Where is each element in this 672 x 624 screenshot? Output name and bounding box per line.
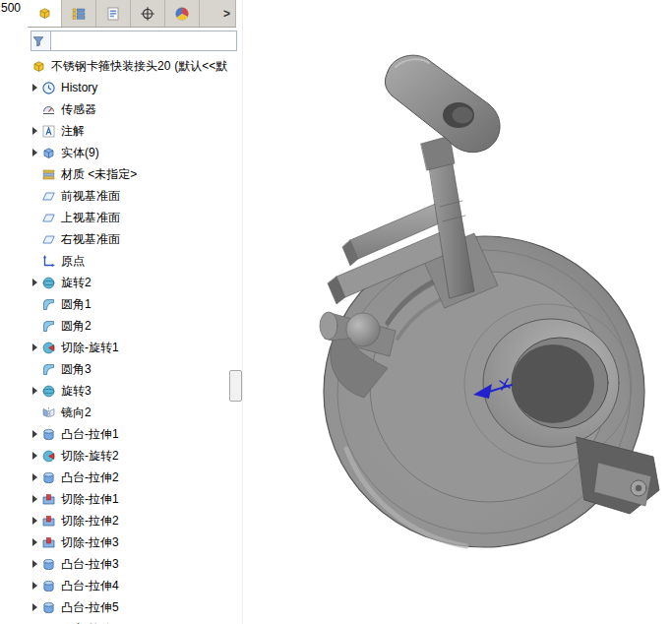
part-name: 不锈钢卡箍快装接头20 [51, 58, 170, 75]
filter-input[interactable] [51, 31, 236, 50]
tree-item-boss-extrude6[interactable]: 凸台-拉伸6 [28, 618, 243, 624]
tree-item-label: 圆角1 [61, 296, 92, 313]
tree-item-revolve3[interactable]: 旋转3 [28, 380, 243, 402]
tree-item-label: 凸台-拉伸5 [61, 599, 119, 616]
part-config-suffix: (默认<<默 [174, 58, 227, 75]
tree-item-label: 前视基准面 [61, 188, 120, 205]
tree-item-label: 圆角2 [61, 318, 92, 335]
tree-item-mirror2[interactable]: 镜向2 [28, 402, 243, 423]
expand-arrow-icon[interactable] [32, 430, 37, 438]
tree-item-label: 切除-拉伸2 [61, 513, 119, 530]
sensors-icon [41, 102, 56, 117]
expand-arrow-icon[interactable] [32, 582, 37, 590]
plane-icon [41, 189, 56, 204]
tree-item-fillet3[interactable]: 圆角3 [28, 358, 243, 380]
tree-item-solid-bodies[interactable]: 实体(9) [28, 142, 243, 163]
clipped-toolbar-value: 500 [1, 1, 21, 15]
expand-arrow-icon[interactable] [32, 387, 37, 395]
tree-item-label: 旋转3 [61, 383, 92, 400]
expand-arrow-icon[interactable] [32, 495, 37, 503]
expand-arrow-icon[interactable] [32, 127, 37, 135]
property-list-icon [71, 6, 87, 22]
mirror-icon [41, 406, 56, 420]
expand-arrow-icon[interactable] [32, 603, 37, 611]
tree-item-history[interactable]: History [28, 77, 243, 98]
tab-displaymanager[interactable] [165, 0, 200, 27]
tab-configurationmanager[interactable] [96, 0, 131, 27]
fillet-icon [41, 319, 56, 334]
tree-item-boss-extrude2[interactable]: 凸台-拉伸2 [28, 467, 243, 488]
boss-extrude-icon [41, 427, 56, 442]
tree-item-label: 右视基准面 [61, 231, 120, 248]
boss-extrude-icon [41, 579, 56, 593]
tree-item-label: 切除-拉伸1 [61, 491, 119, 508]
cut-revolve-icon [41, 341, 56, 355]
part-icon [36, 6, 52, 22]
revolve-icon [41, 384, 56, 399]
panel-splitter-handle[interactable] [229, 370, 242, 402]
configuration-page-icon [105, 6, 121, 22]
material-icon [41, 167, 56, 182]
tree-item-fillet1[interactable]: 圆角1 [28, 293, 243, 315]
cut-extrude-icon [41, 492, 56, 507]
tree-item-boss-extrude1[interactable]: 凸台-拉伸1 [28, 423, 243, 445]
boss-extrude-icon [41, 600, 56, 615]
tab-propertymanager[interactable] [62, 0, 96, 27]
tab-dimxpertmanager[interactable] [131, 0, 165, 27]
expand-arrow-icon[interactable] [32, 452, 37, 460]
tree-item-top-plane[interactable]: 上视基准面 [28, 207, 243, 228]
tree-item-label: History [61, 81, 97, 94]
tree-item-cut-extrude1[interactable]: 切除-拉伸1 [28, 488, 243, 510]
tree-item-boss-extrude3[interactable]: 凸台-拉伸3 [28, 553, 243, 575]
expand-arrow-icon[interactable] [32, 343, 37, 351]
expand-arrow-icon[interactable] [32, 149, 37, 156]
tab-overflow-button[interactable]: > [219, 0, 234, 27]
feature-tree-items: History传感器注解实体(9)材质 <未指定>前视基准面上视基准面右视基准面… [28, 77, 243, 624]
expand-arrow-icon[interactable] [32, 473, 37, 481]
expand-arrow-icon[interactable] [32, 538, 37, 546]
tree-item-label: 实体(9) [61, 145, 99, 161]
tree-item-label: 注解 [61, 123, 85, 140]
tree-item-label: 切除-拉伸3 [61, 534, 119, 551]
clamp-coupling-model[interactable] [320, 55, 659, 547]
feature-tree-filter [28, 28, 240, 54]
tree-item-cut-revolve2[interactable]: 切除-旋转2 [28, 445, 243, 467]
tree-item-label: 原点 [61, 253, 85, 270]
tree-item-label: 凸台-拉伸3 [61, 556, 119, 573]
boss-extrude-icon [41, 557, 56, 572]
expand-arrow-icon[interactable] [32, 279, 37, 286]
feature-tree: 不锈钢卡箍快装接头20 (默认<<默 History传感器注解实体(9)材质 <… [28, 55, 243, 624]
tree-item-fillet2[interactable]: 圆角2 [28, 315, 243, 337]
revolve-icon [41, 276, 56, 290]
expand-arrow-icon[interactable] [32, 84, 37, 92]
tab-featuremanager[interactable] [28, 0, 62, 27]
tree-item-cut-revolve1[interactable]: 切除-旋转1 [28, 337, 243, 358]
tree-item-cut-extrude2[interactable]: 切除-拉伸2 [28, 510, 243, 531]
part-icon [31, 59, 46, 74]
tree-item-sensors[interactable]: 传感器 [28, 98, 243, 120]
tree-item-right-plane[interactable]: 右视基准面 [28, 228, 243, 250]
expand-arrow-icon[interactable] [32, 560, 37, 568]
tree-root-item[interactable]: 不锈钢卡箍快装接头20 (默认<<默 [28, 55, 243, 77]
solid-bodies-icon [41, 146, 56, 160]
tree-item-label: 上视基准面 [61, 210, 120, 226]
cut-extrude-icon [41, 535, 56, 550]
tree-item-label: 材质 <未指定> [61, 166, 137, 183]
tree-item-front-plane[interactable]: 前视基准面 [28, 185, 243, 207]
tree-item-label: 凸台-拉伸4 [61, 578, 119, 594]
tree-item-origin[interactable]: 原点 [28, 250, 243, 272]
annotations-icon [41, 124, 56, 139]
tree-item-boss-extrude5[interactable]: 凸台-拉伸5 [28, 596, 243, 618]
tree-item-cut-extrude3[interactable]: 切除-拉伸3 [28, 531, 243, 553]
tree-item-label: 切除-旋转1 [61, 340, 119, 356]
filter-funnel-button[interactable] [31, 31, 50, 51]
tree-item-material[interactable]: 材质 <未指定> [28, 163, 243, 185]
tree-item-label: 镜向2 [61, 405, 92, 421]
expand-arrow-icon[interactable] [32, 517, 37, 525]
tree-item-boss-extrude4[interactable]: 凸台-拉伸4 [28, 575, 243, 596]
tree-item-annotations[interactable]: 注解 [28, 120, 243, 142]
cut-revolve-icon [41, 449, 56, 464]
tree-item-revolve2[interactable]: 旋转2 [28, 272, 243, 293]
tree-item-label: 圆角3 [61, 361, 92, 378]
tree-item-label: 凸台-拉伸1 [61, 426, 119, 443]
